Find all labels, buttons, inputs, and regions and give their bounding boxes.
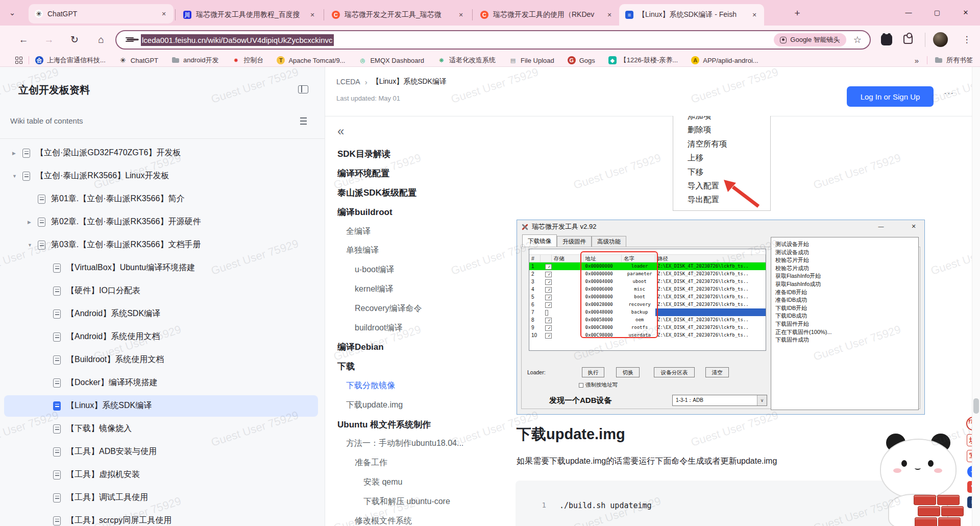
chevron-right-icon[interactable]: ▶ <box>28 220 38 225</box>
outline-item[interactable]: 下载 <box>337 357 506 376</box>
sidebar-collapse-icon[interactable] <box>298 85 308 93</box>
bookmark-item[interactable]: 合上海合宙通信科技... <box>35 56 106 65</box>
rkdevtool-image[interactable]: 瑞芯微开发工具 v2.92 — ✕ 下载镜像 升级固件 高级功能 #存储地址名字… <box>517 220 925 415</box>
sidebar-item[interactable]: 【工具】虚拟机安装 <box>0 463 325 486</box>
browser-tab[interactable]: C瑞芯微开发工具的使用（RKDev✕ <box>474 4 619 26</box>
reload-button[interactable]: ↻ <box>67 33 82 47</box>
outline-item[interactable]: 下载update.img <box>337 395 506 415</box>
sidebar-item[interactable]: 【下载】镜像烧入 <box>0 417 325 440</box>
hezhou-icon: 合 <box>35 56 43 64</box>
new-tab-button[interactable]: + <box>790 6 804 20</box>
outline-item[interactable]: 下载分散镜像 <box>337 376 506 396</box>
log-line: 下载固件成功 <box>775 336 914 344</box>
cell-check: ✓ <box>541 285 552 293</box>
outline-item[interactable]: Ubuntu 根文件系统制作 <box>337 415 506 434</box>
back-button[interactable]: ← <box>16 33 31 47</box>
bookmark-item[interactable]: AAPP/aplid-androi... <box>691 56 758 64</box>
page-scrollbar[interactable] <box>972 67 980 526</box>
profile-avatar[interactable] <box>933 32 948 47</box>
bookmark-item[interactable]: ◆【1226-鼓楼-亲养... <box>608 56 678 65</box>
outline-collapse-icon[interactable]: « <box>337 124 344 138</box>
outline-item[interactable]: 单独编译 <box>337 241 506 260</box>
extensions-puzzle-icon[interactable] <box>903 35 913 44</box>
forward-button[interactable]: → <box>42 33 56 47</box>
sidebar-item[interactable]: 【工具】scrcpy同屏工具使用 <box>0 509 325 526</box>
sidebar-item[interactable]: 【Docker】编译环境搭建 <box>0 371 325 394</box>
sidebar-item[interactable]: ▶【立创·梁山派GD32F470ZGT6】开发板 <box>0 141 325 164</box>
bookmark-item[interactable]: ✸控制台 <box>232 56 263 65</box>
sidebar-item[interactable]: 【VirtualBox】Ubuntu编译环境搭建 <box>0 256 325 279</box>
toc-settings-icon[interactable] <box>300 117 307 125</box>
outline-item[interactable]: 编译环境配置 <box>337 164 506 183</box>
url-input[interactable]: lceda001.feishu.cn/wiki/Da5owUV4dipiqUkZ… <box>141 34 334 46</box>
sidebar-item[interactable]: 【工具】调试工具使用 <box>0 486 325 509</box>
sidebar-item[interactable]: 【Android】系统使用文档 <box>0 325 325 348</box>
sidebar-item[interactable]: 【Linux】系统SDK编译 <box>4 395 318 417</box>
outline-item[interactable]: kernel编译 <box>337 280 506 299</box>
breadcrumb-root[interactable]: LCEDA <box>336 78 360 86</box>
login-button[interactable]: Log In or Sign Up <box>847 86 934 107</box>
extension-icon[interactable] <box>881 34 892 45</box>
sidebar-item[interactable]: 第01章.【立创·泰山派RK3566】简介 <box>0 187 325 210</box>
more-options-icon[interactable]: ··· <box>944 88 954 99</box>
tab-close-icon[interactable]: ✕ <box>605 10 614 19</box>
outline-item[interactable]: 安装 qemu <box>337 473 506 492</box>
outline-item[interactable]: 准备工作 <box>337 453 506 473</box>
chevron-right-icon[interactable]: ▶ <box>12 151 22 156</box>
sidebar-item[interactable]: 【Buildroot】系统使用文档 <box>0 348 325 371</box>
site-info-icon[interactable] <box>126 36 134 43</box>
all-bookmarks-button[interactable]: 所有书签 <box>935 56 973 65</box>
bookmark-item[interactable]: ✳ChatGPT <box>119 56 158 64</box>
tab-close-icon[interactable]: ✕ <box>750 10 759 19</box>
home-button[interactable]: ⌂ <box>94 33 108 47</box>
cell-storage <box>552 262 583 270</box>
outline-item[interactable]: SDK目录解读 <box>337 145 506 164</box>
browser-tab[interactable]: ≡【Linux】系统SDK编译 - Feish✕ <box>619 4 764 26</box>
address-bar[interactable]: lceda001.feishu.cn/wiki/Da5owUV4dipiqUkZ… <box>115 30 871 50</box>
sidebar-item[interactable]: ▼【立创·泰山派RK3566】Linux开发板 <box>0 164 325 187</box>
bookmark-item[interactable]: GGogs <box>568 56 595 64</box>
outline-item[interactable]: Recovery编译命令 <box>337 299 506 318</box>
tab-close-icon[interactable]: ✕ <box>456 10 465 19</box>
sidebar-item[interactable]: 【Android】系统SDK编译 <box>0 302 325 325</box>
chevron-down-icon[interactable]: ▼ <box>12 174 22 179</box>
bookmark-item[interactable]: ◎EMQX Dashboard <box>358 56 424 64</box>
outline-item[interactable]: 编译buildroot <box>337 202 506 222</box>
outline-item[interactable]: 全编译 <box>337 222 506 241</box>
sidebar-item[interactable]: ▶第02章.【立创·泰山派RK3566】开源硬件 <box>0 210 325 233</box>
maximize-button[interactable]: ▢ <box>923 0 951 26</box>
outline-item[interactable]: 下载和解压 ubuntu-core <box>337 492 506 511</box>
tab-close-icon[interactable]: ✕ <box>308 10 317 19</box>
panda-mouth <box>915 466 921 470</box>
google-lens-button[interactable]: Google 智能镜头 <box>774 33 846 46</box>
minimize-button[interactable]: — <box>894 0 923 26</box>
outline-item[interactable]: 编译Debian <box>337 338 506 357</box>
log-line: 校验芯片开始 <box>775 256 914 265</box>
bookmark-item[interactable]: android开发 <box>172 56 218 65</box>
tab-close-icon[interactable]: ✕ <box>159 9 168 18</box>
scrollbar-thumb[interactable] <box>973 398 979 414</box>
sidebar-item[interactable]: 【硬件】IO口分配表 <box>0 279 325 302</box>
sidebar-item-label: 【立创·梁山派GD32F470ZGT6】开发板 <box>36 148 187 158</box>
outline-item[interactable]: 修改根文件系统 <box>337 511 506 526</box>
checkbox-icon: ✓ <box>545 333 552 339</box>
chevron-down-icon[interactable]: ▼ <box>28 243 38 248</box>
sidebar-item[interactable]: 【工具】ADB安装与使用 <box>0 440 325 463</box>
bookmark-item[interactable]: TApache Tomcat/9... <box>277 56 345 64</box>
bookmarks-overflow-icon[interactable]: » <box>915 56 919 65</box>
outline-item[interactable]: buildroot编译 <box>337 318 506 338</box>
browser-menu-icon[interactable]: ⋮ <box>961 33 973 47</box>
outline-item[interactable]: u-boot编译 <box>337 260 506 280</box>
outline-item[interactable]: 方法一：手动制作ubuntu18.04... <box>337 434 506 453</box>
close-button[interactable]: ✕ <box>951 0 980 26</box>
bookmark-item[interactable]: ❋适老化改造系统 <box>437 56 496 65</box>
bookmark-star-icon[interactable]: ☆ <box>853 34 862 45</box>
tab-search-icon[interactable]: ⌄ <box>5 6 19 20</box>
outline-item[interactable]: 泰山派SDK板级配置 <box>337 183 506 203</box>
browser-tab[interactable]: 川瑞芯微开发工具使用教程_百度搜✕ <box>177 4 322 26</box>
browser-tab[interactable]: C瑞芯微开发之开发工具_瑞芯微✕ <box>326 4 471 26</box>
browser-tab[interactable]: ✳ChatGPT✕ <box>29 4 174 23</box>
apps-grid-icon[interactable] <box>15 57 22 64</box>
sidebar-item[interactable]: ▼第03章.【立创·泰山派RK3566】文档手册 <box>0 233 325 256</box>
bookmark-item[interactable]: ▤File Upload <box>509 56 554 64</box>
